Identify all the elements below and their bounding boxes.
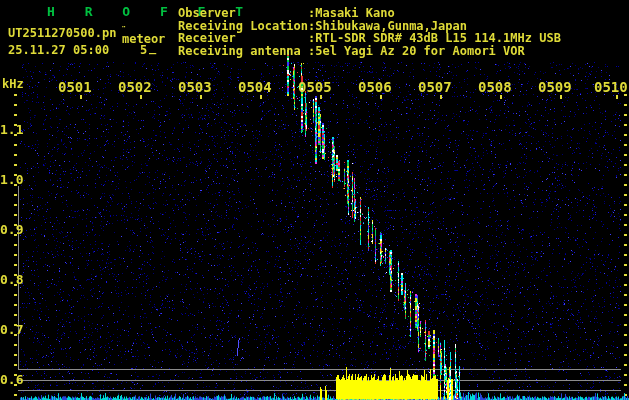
time-axis-label: 0509 (538, 80, 572, 95)
filename-text: UT2511270500.pn (8, 27, 116, 40)
text-cursor: _ (149, 41, 156, 54)
time-axis-label: 0507 (418, 80, 452, 95)
time-axis-label: 0502 (118, 80, 152, 95)
spectrogram-canvas (0, 0, 629, 400)
time-axis-label: 0506 (358, 80, 392, 95)
hrofft-window: H R O F F T UT2511270500.pn ¨ meteor 25.… (0, 0, 629, 400)
freq-axis-label: 0.8 (0, 273, 23, 287)
field-label: Receiving antenna (178, 45, 301, 58)
freq-unit-label: kHz (2, 78, 24, 91)
time-axis-label: 0503 (178, 80, 212, 95)
time-axis-label: 0510 (594, 80, 628, 95)
minute-counter: 5 (140, 44, 147, 57)
time-axis-label: 0508 (478, 80, 512, 95)
datetime-text: 25.11.27 05:00 (8, 44, 109, 57)
freq-axis-label: 0.9 (0, 223, 23, 237)
freq-axis-label: 1.0 (0, 173, 23, 187)
field-value: :5el Yagi Az 20 for Aomori VOR (308, 45, 525, 58)
freq-axis-label: 0.6 (0, 373, 23, 387)
time-axis-label: 0501 (58, 80, 92, 95)
time-axis-label: 0505 (298, 80, 332, 95)
freq-axis-label: 0.7 (0, 323, 23, 337)
freq-axis-label: 1.1 (0, 123, 23, 137)
time-axis-label: 0504 (238, 80, 272, 95)
